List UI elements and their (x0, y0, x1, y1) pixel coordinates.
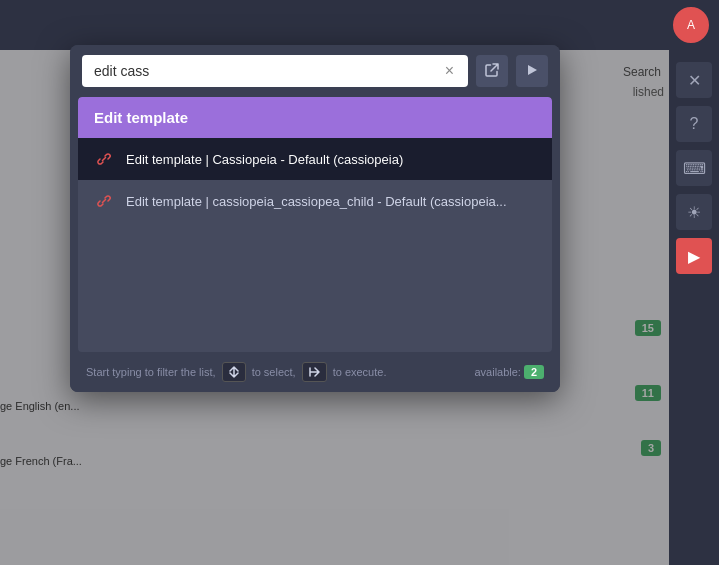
execute-label: to execute. (333, 366, 387, 378)
link-icon-1 (94, 149, 114, 169)
filter-text: Start typing to filter the list, (86, 366, 216, 378)
close-button[interactable]: ✕ (676, 62, 712, 98)
open-external-button[interactable] (476, 55, 508, 87)
command-palette: × Edit template (70, 45, 560, 392)
clear-icon: × (445, 62, 454, 79)
available-count-label: available: 2 (474, 365, 544, 379)
search-input-wrapper: × (82, 55, 468, 87)
sun-icon: ☀ (687, 203, 701, 222)
play-icon (526, 63, 538, 79)
select-kbd (222, 362, 246, 382)
run-button[interactable]: ▶ (676, 238, 712, 274)
category-header: Edit template (78, 97, 552, 138)
play-icon: ▶ (688, 247, 700, 266)
link-icon-2 (94, 191, 114, 211)
execute-kbd (302, 362, 327, 382)
result-text-2: Edit template | cassiopeia_cassiopea_chi… (126, 194, 536, 209)
palette-footer: Start typing to filter the list, to sele… (70, 352, 560, 392)
keyboard-button[interactable]: ⌨ (676, 150, 712, 186)
close-icon: ✕ (688, 71, 701, 90)
result-item-2[interactable]: Edit template | cassiopeia_cassiopea_chi… (78, 180, 552, 222)
help-button[interactable]: ? (676, 106, 712, 142)
avatar: A (673, 7, 709, 43)
search-bar: × (70, 45, 560, 97)
result-text-1: Edit template | Cassiopeia - Default (ca… (126, 152, 536, 167)
theme-button[interactable]: ☀ (676, 194, 712, 230)
empty-results-space (78, 222, 552, 352)
avatar-label: A (687, 18, 695, 32)
result-item-1[interactable]: Edit template | Cassiopeia - Default (ca… (78, 138, 552, 180)
available-number: 2 (524, 365, 544, 379)
top-bar: A (0, 0, 719, 50)
results-area: Edit template Edit template | Cassiopeia… (78, 97, 552, 352)
execute-button[interactable] (516, 55, 548, 87)
search-input[interactable] (94, 63, 435, 79)
keyboard-icon: ⌨ (683, 159, 706, 178)
help-icon: ? (690, 115, 699, 133)
right-sidebar: ✕ ? ⌨ ☀ ▶ (669, 50, 719, 565)
svg-marker-0 (528, 65, 537, 75)
external-link-icon (485, 63, 499, 80)
select-label: to select, (252, 366, 296, 378)
clear-button[interactable]: × (443, 63, 456, 79)
